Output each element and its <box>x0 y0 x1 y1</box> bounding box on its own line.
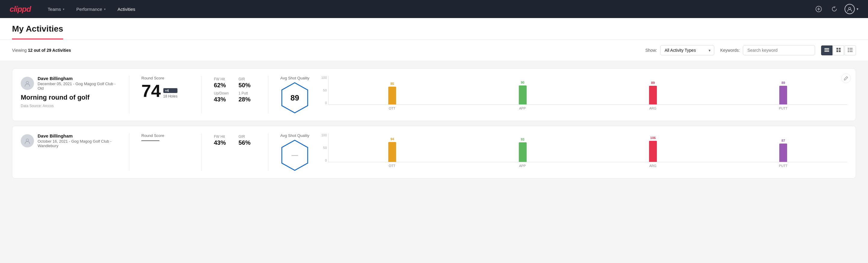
nav-right: ▾ <box>813 4 858 14</box>
x-label-ott: OTT <box>333 107 452 110</box>
activity-type-select[interactable]: All Activity Types <box>660 45 714 55</box>
svg-rect-13 <box>848 49 849 50</box>
gir-label: GIR <box>239 77 256 81</box>
hexagon-value-2: — <box>291 151 298 159</box>
user-details-2: Dave Billingham October 16, 2021 - Gog M… <box>38 133 117 148</box>
svg-rect-15 <box>848 51 849 52</box>
svg-point-19 <box>26 139 29 141</box>
svg-point-17 <box>26 81 29 84</box>
bar-arg: 89 <box>594 86 712 105</box>
card-user: Dave Billingham December 05, 2021 - Gog … <box>21 76 117 91</box>
page-title: My Activities <box>12 24 63 39</box>
score-main-2 <box>142 140 189 141</box>
card-2-divider-2 <box>202 133 202 171</box>
hexagon-chart: 89 <box>281 82 308 113</box>
add-button[interactable] <box>813 4 824 14</box>
y-label-0: 0 <box>325 101 327 105</box>
user-name-2: Dave Billingham <box>38 133 117 139</box>
fw-hit-value: 62% <box>214 82 231 89</box>
activity-type-wrapper: All Activity Types <box>660 45 714 55</box>
fw-hit-stat-2: FW Hit 43% <box>214 135 231 146</box>
gir-value-2: 56% <box>239 139 256 146</box>
chart-area-2: 100 50 0 94 93 <box>319 133 847 169</box>
avg-shot-quality-label: Avg Shot Quality <box>280 76 309 80</box>
svg-rect-5 <box>825 50 829 51</box>
bar-app: 90 <box>463 85 582 105</box>
card-divider-2 <box>202 76 202 113</box>
svg-rect-6 <box>825 51 829 52</box>
view-list-button[interactable] <box>844 46 856 55</box>
bar-putt-2: 87 <box>724 144 842 162</box>
hexagon-chart-2: — <box>281 140 308 171</box>
avg-shot-quality-section: Avg Shot Quality 89 <box>280 76 309 113</box>
bar-app-value: 90 <box>521 81 525 84</box>
y-label-100: 100 <box>321 76 327 80</box>
one-putt-label: 1 Putt <box>239 91 256 95</box>
x-label-arg: ARG <box>594 107 712 110</box>
user-avatar-button[interactable]: ▾ <box>844 4 858 14</box>
updown-stat: Up/Down 43% <box>214 91 231 103</box>
nav-performance[interactable]: Performance ▾ <box>71 4 111 14</box>
fw-hit-stat: FW Hit 62% <box>214 77 231 89</box>
bars-container: 85 90 89 89 <box>328 76 847 105</box>
score-section-2: Round Score <box>142 133 189 141</box>
show-filter-group: Show: All Activity Types <box>645 45 714 55</box>
data-source: Data Source: Arccos <box>21 104 117 108</box>
bar-arg-2: 106 <box>594 141 712 162</box>
stats-section: FW Hit 62% GIR 50% Up/Down 43% 1 Putt 28… <box>214 76 256 103</box>
svg-rect-14 <box>849 50 852 50</box>
user-avatar <box>844 4 855 14</box>
bar-arg-value: 89 <box>651 81 655 85</box>
user-details: Dave Billingham December 05, 2021 - Gog … <box>38 76 117 91</box>
view-compact-button[interactable] <box>821 46 833 55</box>
app-logo[interactable]: clippd <box>10 4 31 14</box>
view-toggle <box>821 46 856 55</box>
round-score-label-2: Round Score <box>142 133 189 138</box>
refresh-button[interactable] <box>829 4 840 14</box>
svg-rect-9 <box>836 50 838 52</box>
nav-activities[interactable]: Activities <box>113 4 140 14</box>
x-label-app: APP <box>463 107 582 110</box>
svg-rect-8 <box>839 48 841 50</box>
one-putt-stat: 1 Putt 28% <box>239 91 256 103</box>
card-divider <box>129 76 129 113</box>
score-main: 74 +4 18 Holes <box>142 82 189 99</box>
svg-rect-10 <box>839 50 841 52</box>
gir-stat-2: GIR 56% <box>239 135 256 146</box>
bar-ott-value: 85 <box>391 82 394 85</box>
teams-chevron-icon: ▾ <box>63 7 64 11</box>
x-axis-labels-2: OTT APP ARG PUTT <box>328 162 847 169</box>
svg-rect-4 <box>825 48 829 49</box>
svg-rect-7 <box>836 48 838 50</box>
bar-ott-2: 94 <box>333 142 452 162</box>
svg-rect-16 <box>849 51 852 52</box>
bar-putt-value-2: 87 <box>781 139 785 142</box>
updown-label: Up/Down <box>214 91 231 95</box>
shot-quality-chart: 100 50 0 85 90 <box>319 76 847 112</box>
user-date: December 05, 2021 - Gog Magog Golf Club … <box>38 82 117 91</box>
round-score-label: Round Score <box>142 76 189 80</box>
card-user-info-2: Dave Billingham October 16, 2021 - Gog M… <box>21 133 117 151</box>
view-grid-button[interactable] <box>833 46 844 55</box>
activity-card: Dave Billingham December 05, 2021 - Gog … <box>12 68 856 121</box>
card-user-info: Dave Billingham December 05, 2021 - Gog … <box>21 76 117 108</box>
bar-app-2: 93 <box>463 142 582 162</box>
keywords-label: Keywords: <box>720 48 740 53</box>
x-axis-labels: OTT APP ARG PUTT <box>328 105 847 112</box>
score-badge-holes: +4 18 Holes <box>163 88 178 99</box>
nav-teams[interactable]: Teams ▾ <box>43 4 69 14</box>
svg-rect-12 <box>849 48 852 49</box>
show-label: Show: <box>645 48 657 53</box>
viewing-count-text: Viewing 12 out of 29 Activities <box>12 48 71 53</box>
bar-putt: 89 <box>724 86 842 105</box>
navbar: clippd Teams ▾ Performance ▾ Activities <box>0 0 868 18</box>
page-header: My Activities <box>0 18 868 40</box>
y-axis-labels-2: 100 50 0 <box>319 133 328 162</box>
fw-hit-value-2: 43% <box>214 139 231 146</box>
chart-area: 100 50 0 85 90 <box>319 76 847 112</box>
score-badge: +4 <box>163 88 178 93</box>
updown-value: 43% <box>214 96 231 103</box>
fw-hit-label-2: FW Hit <box>214 135 231 139</box>
keyword-search-input[interactable] <box>743 45 815 55</box>
nav-links: Teams ▾ Performance ▾ Activities <box>43 4 801 14</box>
